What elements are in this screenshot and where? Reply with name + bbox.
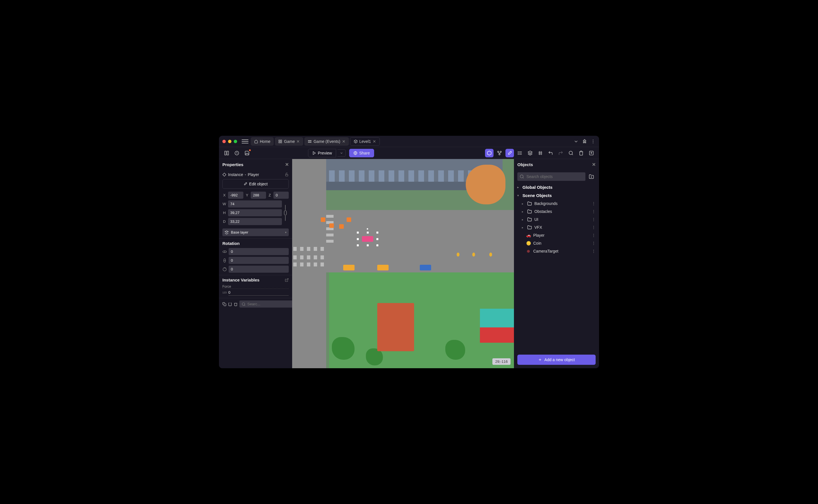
more-vertical-icon[interactable]: ⋮ <box>592 201 596 206</box>
svg-rect-2 <box>279 142 280 143</box>
share-button[interactable]: Share <box>349 149 374 157</box>
y-label: Y <box>245 193 249 197</box>
tab-game-events[interactable]: Game (Events) ✕ <box>304 137 348 146</box>
panel-toggle-button[interactable] <box>222 149 231 157</box>
viewport[interactable]: 29;-116 <box>292 159 514 368</box>
rotation-z-input[interactable] <box>229 266 289 273</box>
close-objects-icon[interactable]: ✕ <box>592 162 596 167</box>
tower-object[interactable] <box>377 303 414 351</box>
new-folder-button[interactable] <box>587 172 596 181</box>
object-player[interactable]: 🚗 Player ⋮ <box>514 231 599 239</box>
bush-object[interactable] <box>445 340 465 360</box>
list-button[interactable] <box>516 149 524 157</box>
d-input[interactable] <box>228 218 282 225</box>
properties-title: Properties <box>222 162 243 167</box>
settings-button[interactable] <box>587 149 596 157</box>
folder-obstacles[interactable]: ▸ Obstacles ⋮ <box>514 207 599 215</box>
object-coin[interactable]: 🪙 Coin ⋮ <box>514 239 599 247</box>
svg-rect-1 <box>281 140 282 141</box>
rotation-y-input[interactable] <box>229 257 289 264</box>
folder-backgrounds[interactable]: ▸ Backgrounds ⋮ <box>514 200 599 207</box>
y-input[interactable] <box>251 192 266 199</box>
separator: - <box>245 172 246 177</box>
house-object[interactable] <box>480 309 514 343</box>
redo-button[interactable] <box>557 149 565 157</box>
zoom-button[interactable] <box>567 149 575 157</box>
copy-var-button[interactable] <box>222 301 226 307</box>
layer-select[interactable]: Base layer ▾ <box>222 228 289 236</box>
tab-home[interactable]: Home <box>251 137 274 146</box>
close-window-button[interactable] <box>222 140 226 143</box>
var-value-input[interactable] <box>228 289 289 296</box>
rotate-x-icon <box>222 249 227 254</box>
more-vertical-icon[interactable]: ⋮ <box>592 225 596 230</box>
more-vertical-icon[interactable]: ⋮ <box>592 209 596 214</box>
tree-object[interactable] <box>466 165 506 204</box>
coin-object[interactable] <box>457 253 460 257</box>
rotation-x-input[interactable] <box>229 248 289 255</box>
coin-object[interactable] <box>472 253 475 257</box>
link-dimensions-icon[interactable] <box>282 204 289 221</box>
save-button[interactable] <box>243 149 251 157</box>
scene-objects-group[interactable]: ▾ Scene Objects <box>514 191 599 200</box>
tab-level1[interactable]: Level1 ✕ <box>350 137 380 146</box>
delete-button[interactable] <box>577 149 586 157</box>
view-graph-button[interactable] <box>495 149 504 157</box>
extension-icon[interactable] <box>582 139 587 144</box>
bush-object[interactable] <box>332 337 354 360</box>
svg-point-21 <box>518 153 519 153</box>
close-tab-icon[interactable]: ✕ <box>296 139 300 144</box>
var-search-input[interactable] <box>247 302 292 306</box>
preview-dropdown-button[interactable] <box>337 149 346 157</box>
close-properties-icon[interactable]: ✕ <box>285 162 289 167</box>
menu-button[interactable] <box>242 138 248 145</box>
edit-object-button[interactable]: Edit object <box>222 179 289 189</box>
more-vertical-icon[interactable]: ⋮ <box>592 217 596 222</box>
selection-box[interactable] <box>358 233 377 245</box>
close-tab-icon[interactable]: ✕ <box>373 139 376 144</box>
more-vertical-icon[interactable] <box>591 139 596 144</box>
lock-icon[interactable] <box>285 173 289 177</box>
layers-button[interactable] <box>526 149 534 157</box>
window-controls <box>222 140 237 143</box>
var-search[interactable] <box>239 300 292 308</box>
objects-search[interactable] <box>517 172 586 181</box>
grid-button[interactable] <box>536 149 545 157</box>
folder-vfx[interactable]: ▸ VFX ⋮ <box>514 223 599 231</box>
w-input[interactable] <box>228 200 282 207</box>
plus-icon <box>538 358 542 362</box>
add-object-button[interactable]: Add a new object <box>517 355 596 365</box>
delete-var-button[interactable] <box>234 301 238 307</box>
car-obstacle[interactable] <box>343 265 354 270</box>
more-vertical-icon[interactable]: ⋮ <box>592 249 596 253</box>
folder-icon <box>527 201 532 206</box>
h-input[interactable] <box>228 209 282 216</box>
car-obstacle[interactable] <box>377 265 388 270</box>
objects-search-input[interactable] <box>527 174 583 179</box>
paste-var-button[interactable] <box>228 301 232 307</box>
car-obstacle[interactable] <box>420 265 431 270</box>
svg-rect-5 <box>308 142 311 142</box>
close-tab-icon[interactable]: ✕ <box>342 139 345 144</box>
maximize-window-button[interactable] <box>234 140 237 143</box>
open-external-icon[interactable] <box>285 278 289 282</box>
tab-game[interactable]: Game ✕ <box>275 137 303 146</box>
folder-ui[interactable]: ▸ UI ⋮ <box>514 215 599 223</box>
preview-button[interactable]: Preview <box>308 149 336 157</box>
chevron-right-icon: ▸ <box>522 210 525 213</box>
minimize-window-button[interactable] <box>228 140 231 143</box>
more-vertical-icon[interactable]: ⋮ <box>592 241 596 245</box>
edit-mode-button[interactable] <box>506 149 514 157</box>
car-icon: 🚗 <box>526 233 531 238</box>
global-objects-group[interactable]: ▸ Global Objects <box>514 183 599 191</box>
chevron-down-icon[interactable] <box>574 139 579 144</box>
tabs: Home Game ✕ Game (Events) ✕ Level1 ✕ <box>251 137 574 146</box>
undo-button[interactable] <box>546 149 555 157</box>
more-vertical-icon[interactable]: ⋮ <box>592 233 596 238</box>
x-input[interactable] <box>228 192 243 199</box>
view-3d-button[interactable] <box>485 149 494 157</box>
history-button[interactable] <box>232 149 241 157</box>
z-input[interactable] <box>273 192 289 199</box>
coin-object[interactable] <box>489 253 492 257</box>
object-camera-target[interactable]: ⊕ CameraTarget ⋮ <box>514 247 599 255</box>
